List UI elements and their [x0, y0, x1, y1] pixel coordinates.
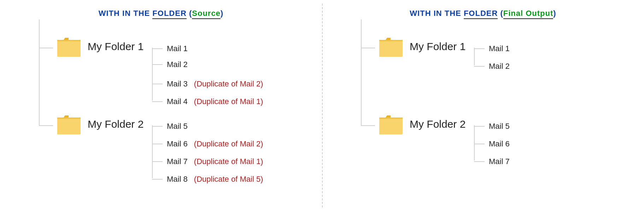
folder-icon	[57, 115, 81, 135]
panel-source: WITH IN THE FOLDER (Source) My Folder 1 …	[0, 0, 322, 211]
title-folder: FOLDER	[152, 9, 186, 19]
mail-name: Mail 5	[167, 122, 188, 131]
mail-hconn	[474, 161, 485, 162]
tree-hconn	[361, 48, 375, 48]
title-paren-close: )	[221, 9, 223, 18]
mail-dup: (Duplicate of Mail 2)	[194, 139, 263, 148]
mail-item: Mail 1	[474, 44, 510, 53]
mail-name: Mail 8	[167, 175, 188, 183]
folder-icon	[379, 115, 403, 135]
svg-rect-5	[379, 40, 403, 41]
mail-dup: (Duplicate of Mail 5)	[194, 175, 263, 183]
tree-hconn	[39, 48, 53, 48]
mail-item: Mail 7 (Duplicate of Mail 1)	[152, 157, 263, 166]
mail-name: Mail 7	[167, 157, 188, 166]
svg-rect-7	[379, 117, 403, 119]
svg-rect-1	[57, 40, 81, 41]
mail-hconn	[152, 161, 163, 162]
title-paren-open: (	[500, 9, 503, 18]
mail-hconn	[152, 48, 163, 49]
diagram-root: WITH IN THE FOLDER (Source) My Folder 1 …	[0, 0, 644, 211]
svg-rect-4	[379, 40, 403, 57]
folder-icon	[379, 37, 403, 58]
mail-item: Mail 5	[152, 122, 192, 131]
mail-name: Mail 6	[489, 139, 510, 148]
mail-name: Mail 2	[489, 62, 510, 71]
vertical-divider	[322, 4, 323, 207]
mail-dup: (Duplicate of Mail 1)	[194, 97, 263, 106]
mail-vline	[152, 48, 153, 101]
mail-item: Mail 8 (Duplicate of Mail 5)	[152, 175, 263, 184]
tree-hconn	[361, 125, 375, 126]
mail-hconn	[152, 126, 163, 127]
svg-rect-3	[57, 117, 81, 119]
mail-item: Mail 6	[474, 139, 510, 149]
mail-vline	[152, 125, 153, 178]
mail-hconn	[152, 84, 163, 84]
title-folder: FOLDER	[464, 9, 498, 19]
title-with: WITH IN THE	[99, 9, 150, 18]
panel-title-source: WITH IN THE FOLDER (Source)	[0, 9, 322, 18]
mail-hconn	[152, 144, 163, 144]
svg-rect-0	[57, 40, 81, 57]
mail-hconn	[474, 144, 485, 144]
tree-vline	[39, 19, 40, 125]
mail-item: Mail 4 (Duplicate of Mail 1)	[152, 97, 263, 106]
mail-dup: (Duplicate of Mail 1)	[194, 157, 263, 166]
folder-icon	[57, 37, 81, 58]
title-accent-source: Source	[192, 9, 221, 19]
svg-rect-6	[379, 117, 403, 134]
folder-label: My Folder 2	[88, 118, 144, 130]
folder-label: My Folder 1	[410, 41, 466, 53]
mail-name: Mail 3	[167, 79, 188, 88]
tree-vline	[361, 19, 362, 125]
mail-item: Mail 1	[152, 44, 192, 53]
mail-name: Mail 7	[489, 157, 510, 166]
mail-name: Mail 5	[489, 122, 510, 131]
mail-item: Mail 2	[474, 62, 510, 71]
folder-label: My Folder 1	[88, 41, 144, 53]
mail-name: Mail 1	[489, 44, 510, 53]
mail-hconn	[152, 101, 163, 102]
mail-item: Mail 3 (Duplicate of Mail 2)	[152, 79, 263, 89]
panel-output: WITH IN THE FOLDER (Final Output) My Fol…	[322, 0, 644, 211]
folder-label: My Folder 2	[410, 118, 466, 130]
tree-hconn	[39, 125, 53, 126]
mail-name: Mail 4	[167, 97, 188, 106]
mail-dup: (Duplicate of Mail 2)	[194, 79, 263, 88]
mail-hconn	[152, 179, 163, 180]
mail-hconn	[474, 48, 485, 49]
panel-title-output: WITH IN THE FOLDER (Final Output)	[322, 9, 644, 18]
title-with: WITH IN THE	[410, 9, 461, 18]
svg-rect-2	[57, 117, 81, 134]
title-paren-close: )	[553, 9, 556, 18]
mail-hconn	[152, 64, 163, 65]
mail-name: Mail 2	[167, 60, 188, 69]
mail-name: Mail 6	[167, 139, 188, 148]
mail-item: Mail 5	[474, 122, 510, 131]
mail-name: Mail 1	[167, 44, 188, 53]
mail-hconn	[474, 66, 485, 67]
mail-hconn	[474, 126, 485, 127]
mail-item: Mail 6 (Duplicate of Mail 2)	[152, 139, 263, 149]
mail-item: Mail 2	[152, 60, 192, 69]
title-accent-output: Final Output	[503, 9, 554, 19]
mail-item: Mail 7	[474, 157, 510, 166]
